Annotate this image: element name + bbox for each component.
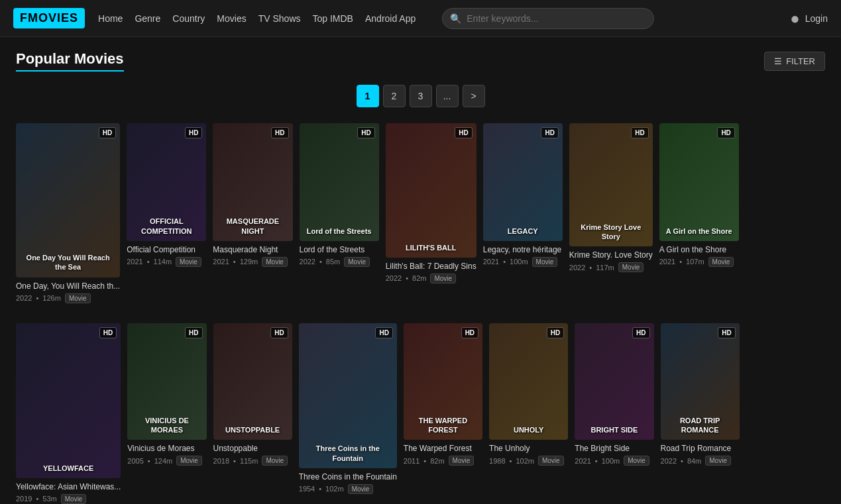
avatar-icon: ●	[790, 9, 800, 28]
poster-inner: VINICIUS DE MORAES	[127, 323, 206, 440]
movie-card[interactable]: HD LEGACY Legacy, notre héritage 2021 • …	[483, 123, 563, 303]
poster-inner: Lord of the Streets	[300, 123, 379, 241]
movie-duration: 82m	[430, 457, 444, 465]
movie-poster: HD OFFICIAL COMPETITION	[127, 123, 206, 241]
filter-button[interactable]: ☰ FILTER	[764, 52, 825, 71]
poster-inner: LILITH'S BALL	[386, 123, 477, 258]
movie-poster: HD UNSTOPPABLE	[213, 323, 292, 440]
movie-card[interactable]: HD VINICIUS DE MORAES Vinicius de Moraes…	[127, 323, 206, 504]
nav-item-tv-shows[interactable]: TV Shows	[258, 13, 301, 25]
pagination: 1 2 3 ... >	[16, 85, 825, 107]
poster-title-overlay: One Day You Will Reach the Sea	[21, 253, 115, 272]
movie-year: 2021	[659, 258, 675, 266]
movie-year: 1954	[299, 485, 315, 493]
poster-inner: Three Coins in the Fountain	[299, 323, 397, 468]
movie-type-badge: Movie	[344, 257, 370, 267]
movie-poster: HD Lord of the Streets	[300, 123, 379, 241]
movie-year: 1988	[489, 457, 505, 465]
nav-link-top-imdb[interactable]: Top IMDB	[313, 13, 353, 24]
movie-meta: 2022 • 117m Movie	[569, 262, 653, 272]
movie-title: Yellowface: Asian Whitewas...	[16, 482, 121, 491]
poster-title-overlay: Lord of the Streets	[307, 227, 372, 236]
movie-card[interactable]: HD Lord of the Streets Lord of the Stree…	[300, 123, 379, 303]
search-icon: 🔍	[450, 13, 461, 24]
movie-card[interactable]: HD THE WARPED FOREST The Warped Forest 2…	[404, 323, 482, 504]
movie-duration: 85m	[326, 258, 340, 266]
movie-card[interactable]: HD One Day You Will Reach the Sea One Da…	[16, 123, 120, 303]
movie-poster: HD BRIGHT SIDE	[575, 323, 653, 440]
poster-title-overlay: UNSTOPPABLE	[225, 425, 280, 434]
movie-type-badge: Movie	[532, 257, 558, 267]
movie-year: 2022	[569, 264, 585, 272]
poster-title-overlay: Krime Story Love Story	[575, 223, 647, 242]
poster-inner: UNHOLY	[489, 323, 568, 440]
nav-item-home[interactable]: Home	[98, 13, 123, 25]
movie-type-badge: Movie	[708, 257, 734, 267]
poster-title-overlay: LEGACY	[508, 227, 538, 236]
poster-title-overlay: OFFICIAL COMPETITION	[132, 217, 201, 236]
movie-dot: •	[423, 457, 426, 465]
nav-link-movies[interactable]: Movies	[217, 13, 246, 24]
nav-link-tv-shows[interactable]: TV Shows	[258, 13, 301, 24]
movie-title: One Day, You Will Reach th...	[16, 281, 120, 291]
nav-item-top-imdb[interactable]: Top IMDB	[313, 13, 353, 25]
page-btn-1[interactable]: 1	[357, 85, 379, 107]
page-btn-next[interactable]: >	[463, 85, 485, 107]
movie-card[interactable]: HD OFFICIAL COMPETITION Official Competi…	[127, 123, 206, 303]
movie-poster: HD LEGACY	[483, 123, 563, 241]
movie-duration: 126m	[42, 294, 61, 302]
search-input[interactable]	[442, 8, 654, 29]
movie-card[interactable]: HD BRIGHT SIDE The Bright Side 2021 • 10…	[575, 323, 653, 504]
movie-title: Road Trip Romance	[661, 444, 740, 453]
page-btn-ellipsis[interactable]: ...	[436, 85, 459, 107]
movie-card[interactable]: HD LILITH'S BALL Lilith's Ball: 7 Deadly…	[386, 123, 477, 303]
movie-type-badge: Movie	[348, 484, 374, 494]
movie-card[interactable]: HD YELLOWFACE Yellowface: Asian Whitewas…	[16, 323, 121, 504]
movie-title: Krime Story. Love Story	[569, 250, 653, 260]
nav-item-movies[interactable]: Movies	[217, 13, 246, 25]
nav-link-country[interactable]: Country	[172, 13, 205, 24]
movie-dot: •	[595, 457, 598, 465]
poster-inner: OFFICIAL COMPETITION	[127, 123, 206, 241]
nav-link-home[interactable]: Home	[98, 13, 123, 24]
movie-type-badge: Movie	[262, 456, 288, 466]
movie-title: Vinicius de Moraes	[127, 444, 206, 453]
nav-item-android[interactable]: Android App	[365, 13, 416, 25]
page-btn-3[interactable]: 3	[410, 85, 432, 107]
movie-grid-row1: HD One Day You Will Reach the Sea One Da…	[16, 123, 825, 303]
poster-inner: UNSTOPPABLE	[213, 323, 292, 440]
movie-dot: •	[319, 258, 322, 266]
movie-card[interactable]: HD Krime Story Love Story Krime Story. L…	[569, 123, 653, 303]
movie-year: 2022	[300, 258, 315, 266]
movie-duration: 102m	[325, 485, 344, 493]
movie-card[interactable]: HD UNHOLY The Unholy 1988 • 102m Movie	[489, 323, 568, 504]
page-btn-2[interactable]: 2	[383, 85, 406, 107]
nav-link-genre[interactable]: Genre	[135, 13, 160, 24]
movie-card[interactable]: HD MASQUERADE NIGHT Masquerade Night 202…	[213, 123, 292, 303]
poster-inner: YELLOWFACE	[16, 323, 121, 478]
nav-link-android[interactable]: Android App	[365, 13, 416, 24]
movie-card[interactable]: HD A Girl on the Shore A Girl on the Sho…	[659, 123, 739, 303]
login-section[interactable]: ● Login	[790, 9, 828, 28]
movie-dot: •	[148, 457, 150, 465]
movie-poster: HD UNHOLY	[489, 323, 568, 440]
movie-duration: 84m	[687, 457, 701, 465]
movie-card[interactable]: HD UNSTOPPABLE Unstoppable 2018 • 115m M…	[213, 323, 292, 504]
movie-card[interactable]: HD Three Coins in the Fountain Three Coi…	[299, 323, 397, 504]
movie-duration: 129m	[240, 258, 258, 266]
movie-title: The Warped Forest	[404, 444, 482, 453]
movie-dot: •	[679, 258, 682, 266]
navbar: FMOVIES Home Genre Country Movies TV Sho…	[0, 0, 841, 37]
nav-item-genre[interactable]: Genre	[135, 13, 160, 25]
movie-duration: 100m	[510, 258, 528, 266]
movie-poster: HD Krime Story Love Story	[569, 123, 653, 246]
movie-year: 2022	[16, 294, 32, 302]
poster-title-overlay: Three Coins in the Fountain	[304, 444, 392, 463]
nav-item-country[interactable]: Country	[172, 13, 205, 25]
movie-year: 2022	[386, 274, 402, 282]
login-label[interactable]: Login	[805, 13, 828, 24]
filter-label: FILTER	[786, 56, 815, 66]
movie-poster: HD One Day You Will Reach the Sea	[16, 123, 120, 277]
logo[interactable]: FMOVIES	[13, 8, 85, 28]
movie-card[interactable]: HD ROAD TRIP ROMANCE Road Trip Romance 2…	[661, 323, 740, 504]
